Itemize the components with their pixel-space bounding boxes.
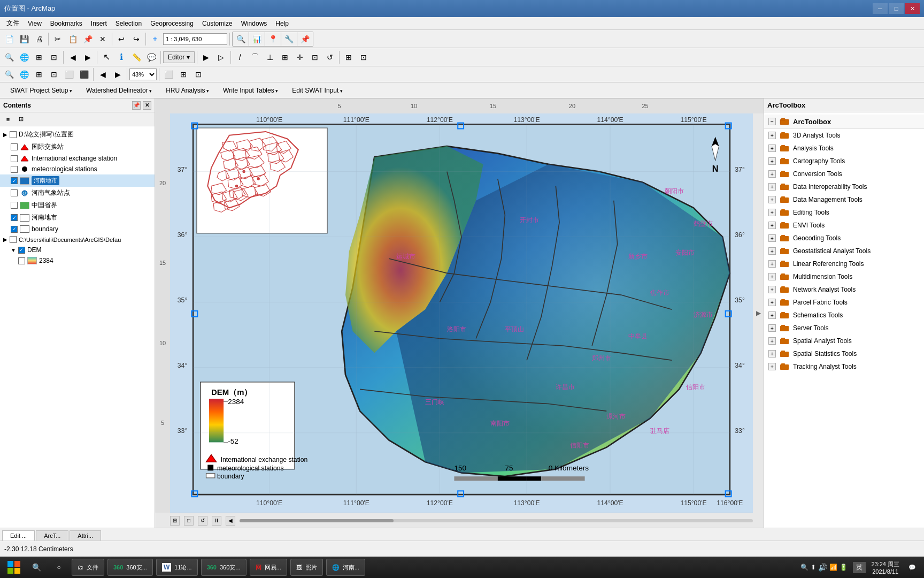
measure-btn[interactable]: 📏 (129, 50, 143, 64)
toolbox-item-3d[interactable]: + 3D Analyst Tools (764, 129, 924, 142)
sketch-btn1[interactable]: / (233, 50, 247, 64)
scale-nav3[interactable]: ⊞ (32, 67, 46, 81)
taskbar-browser2[interactable]: 360 360安... (201, 559, 247, 576)
scale-nav4[interactable]: ⊡ (47, 67, 61, 81)
paste-btn[interactable]: 📌 (81, 32, 95, 46)
expand-3d[interactable]: + (768, 132, 776, 139)
layer-checkbox-hndishi2[interactable]: ✓ (11, 214, 18, 221)
layer-item-gjjhz[interactable]: 国际交换站 (0, 141, 155, 153)
sketch-btn3[interactable]: ⊥ (263, 50, 277, 64)
tray-icon1[interactable]: ⬆ (811, 564, 816, 571)
layer-item-met[interactable]: meteorological stations (0, 164, 155, 174)
taskbar-browser3[interactable]: 🌐 河南... (326, 559, 365, 576)
print-btn[interactable]: 🖨 (32, 32, 46, 46)
map-nav5[interactable]: ◀ (226, 516, 235, 526)
expand-networkanalyst[interactable]: + (768, 286, 776, 293)
cut-btn[interactable]: ✂ (51, 32, 65, 46)
taskbar-photos[interactable]: 🖼 照片 (290, 559, 323, 576)
expand-spatialstats[interactable]: + (768, 350, 776, 358)
layer-item-hndishi2[interactable]: ✓ 河南地市 (0, 211, 155, 224)
toolbox-item-datamgmt[interactable]: + Data Management Tools (764, 193, 924, 206)
map-bottom-bar[interactable]: ⊞ □ ↺ ⏸ ◀ (170, 513, 753, 528)
expand-conversion[interactable]: + (768, 170, 776, 178)
toolbox-item-linearref[interactable]: + Linear Referencing Tools (764, 257, 924, 270)
scale-input[interactable] (163, 33, 227, 45)
maximize-button[interactable]: □ (889, 3, 904, 14)
tool-btn3[interactable]: 📍 (265, 32, 281, 46)
taskbar-word[interactable]: W 11论... (156, 559, 198, 576)
nav-btn1[interactable]: 🔍 (2, 50, 16, 64)
expand-analysis[interactable]: + (768, 144, 776, 152)
close-panel-btn[interactable]: ✕ (143, 101, 151, 110)
sketch-btn5[interactable]: ✛ (293, 50, 307, 64)
layer-checkbox-2384[interactable] (18, 257, 25, 264)
expand-schematics[interactable]: + (768, 311, 776, 319)
menu-windows[interactable]: Windows (237, 19, 272, 28)
toolbox-item-editing[interactable]: + Editing Tools (764, 206, 924, 219)
layer-item-2384[interactable]: 2384 (0, 255, 155, 266)
forward-btn[interactable]: ▶ (81, 50, 95, 64)
map-area[interactable]: 5 10 15 20 25 20 15 10 5 (155, 98, 764, 528)
tab-arct[interactable]: ArcT... (36, 530, 68, 541)
expand-geocoding[interactable]: + (768, 234, 776, 242)
back-btn[interactable]: ◀ (66, 50, 80, 64)
layout-view1[interactable]: ⬜ (161, 67, 175, 81)
scale-nav5[interactable]: ⬜ (62, 67, 76, 81)
expand-tracking[interactable]: + (768, 363, 776, 370)
layer-item-intl[interactable]: International exchange station (0, 153, 155, 164)
layer-checkbox-boundary[interactable]: ✓ (11, 226, 18, 233)
new-btn[interactable]: 📄 (2, 32, 16, 46)
scale-nav6[interactable]: ⬛ (77, 67, 91, 81)
thumbnail-btn[interactable]: ⊞ (15, 113, 27, 125)
input-method[interactable]: 英 (853, 562, 866, 573)
layer-item-hnqx[interactable]: 站 河南气象站点 (0, 187, 155, 199)
edit-swat-input[interactable]: Edit SWAT Input (286, 85, 349, 96)
tool-btn5[interactable]: 📌 (297, 32, 313, 46)
expand-server[interactable]: + (768, 324, 776, 332)
layer-checkbox-hnqx[interactable] (11, 189, 18, 196)
toolbox-item-datainterop[interactable]: + Data Interoperability Tools (764, 180, 924, 193)
write-input-tables[interactable]: Write Input Tables (217, 85, 284, 96)
minimize-button[interactable]: ─ (873, 3, 888, 14)
sketch-btn4[interactable]: ⊞ (278, 50, 292, 64)
menu-file[interactable]: 文件 (2, 18, 24, 29)
notification-btn[interactable]: 💬 (905, 558, 920, 577)
map-content[interactable]: 110°00'E 111°00'E 112°00'E 113°00'E 114°… (170, 113, 753, 513)
tab-attri[interactable]: Attri... (70, 530, 101, 541)
map-nav1[interactable]: ⊞ (170, 516, 180, 526)
toolbox-item-geocoding[interactable]: + Geocoding Tools (764, 232, 924, 245)
tray-network[interactable]: 📶 (829, 564, 837, 571)
toolbox-item-networkanalyst[interactable]: + Network Analyst Tools (764, 283, 924, 296)
editor-button[interactable]: Editor ▾ (163, 51, 195, 63)
sketch-btn7[interactable]: ↺ (323, 50, 337, 64)
clock-area[interactable]: 23:24 周三 2021/8/11 (869, 560, 902, 575)
redo-btn[interactable]: ↪ (129, 32, 143, 46)
toolbox-item-parcel[interactable]: + Parcel Fabric Tools (764, 296, 924, 309)
map-nav2[interactable]: □ (184, 516, 194, 526)
forward2[interactable]: ▶ (111, 67, 125, 81)
tool-btn4[interactable]: 🔧 (281, 32, 297, 46)
tray-search[interactable]: 🔍 (800, 564, 808, 571)
tray-volume[interactable]: 🔊 (818, 563, 827, 572)
menu-view[interactable]: View (24, 19, 46, 28)
layer-checkbox-hndishi[interactable]: ✓ (11, 177, 18, 184)
toolbox-item-tracking[interactable]: + Tracking Analyst Tools (764, 360, 924, 373)
hru-analysis[interactable]: HRU Analysis (160, 85, 215, 96)
add-data-btn[interactable]: + (148, 32, 162, 46)
scroll-right[interactable]: ▶ (753, 113, 764, 513)
back2[interactable]: ◀ (96, 67, 110, 81)
toolbox-item-analysis[interactable]: + Analysis Tools (764, 142, 924, 155)
edit-btn1[interactable]: ▶ (199, 50, 213, 64)
tab-edit[interactable]: Edit ... (2, 530, 35, 541)
toolbox-item-geostatistical[interactable]: + Geostatistical Analyst Tools (764, 245, 924, 257)
layout-btn2[interactable]: ⊡ (357, 50, 371, 64)
undo-btn[interactable]: ↩ (114, 32, 128, 46)
taskbar-netease[interactable]: 网 网易... (250, 559, 287, 576)
toolbox-item-multidim[interactable]: + Multidimension Tools (764, 270, 924, 283)
toolbox-item-cartography[interactable]: + Cartography Tools (764, 155, 924, 168)
scale-nav2[interactable]: 🌐 (17, 67, 31, 81)
task-view[interactable]: ○ (49, 558, 68, 577)
tool-btn2[interactable]: 📊 (249, 32, 265, 46)
sketch-btn6[interactable]: ⊡ (308, 50, 322, 64)
toolbox-item-server[interactable]: + Server Tools (764, 322, 924, 334)
